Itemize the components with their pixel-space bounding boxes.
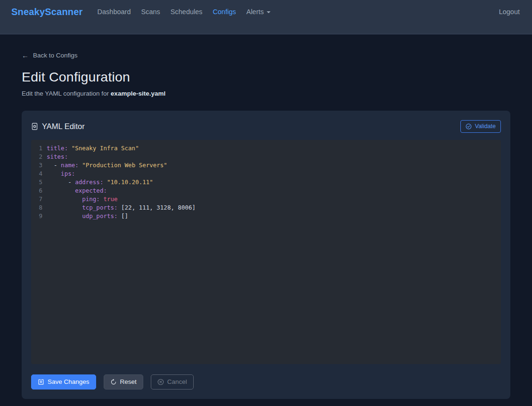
config-filename: example-site.yaml: [111, 90, 165, 97]
brand-link[interactable]: SneakyScanner: [11, 7, 83, 17]
code-line: 6 expected:: [36, 187, 496, 195]
action-buttons: Save Changes Reset Cance: [31, 374, 501, 390]
code-text: - name: "Production Web Servers": [47, 161, 167, 170]
page-subtitle: Edit the YAML configuration for example-…: [22, 90, 510, 97]
cancel-label: Cancel: [167, 379, 187, 385]
file-code-icon: [31, 122, 38, 130]
back-to-configs-link[interactable]: ← Back to Configs: [22, 52, 78, 59]
nav-item-dashboard[interactable]: Dashboard: [92, 6, 136, 17]
code-text: - address: "10.10.20.11": [47, 178, 153, 187]
nav-item-schedules[interactable]: Schedules: [165, 6, 208, 17]
card-title: YAML Editor: [31, 122, 85, 131]
code-line: 7 ping: true: [36, 195, 496, 203]
nav-item-configs[interactable]: Configs: [208, 6, 241, 17]
navbar: SneakyScanner DashboardScansSchedulesCon…: [0, 0, 532, 34]
line-number: 3: [36, 161, 42, 170]
code-line: 9 udp_ports: []: [36, 212, 496, 220]
reset-label: Reset: [120, 379, 137, 385]
caret-down-icon: [267, 11, 270, 13]
nav-links: DashboardScansSchedulesConfigsAlerts: [92, 6, 276, 17]
card-header: YAML Editor Validate: [31, 120, 501, 133]
reset-button[interactable]: Reset: [104, 374, 143, 390]
line-number: 2: [36, 153, 42, 161]
cancel-button[interactable]: Cancel: [151, 374, 194, 390]
code-line: 2sites:: [36, 153, 496, 161]
logout-link[interactable]: Logout: [498, 6, 521, 17]
x-circle-icon: [157, 379, 164, 385]
yaml-editor-card: YAML Editor Validate 1title: "Sneaky Inf…: [22, 111, 510, 399]
nav-item-scans[interactable]: Scans: [136, 6, 165, 17]
code-line: 1title: "Sneaky Infra Scan": [36, 144, 496, 153]
code-line: 3 - name: "Production Web Servers": [36, 161, 496, 170]
reset-arrow-icon: [110, 379, 117, 385]
code-text: tcp_ports: [22, 111, 3128, 8006]: [47, 203, 196, 212]
line-number: 6: [36, 187, 42, 195]
code-text: title: "Sneaky Infra Scan": [47, 144, 139, 153]
code-text: ips:: [47, 170, 75, 178]
page-title: Edit Configuration: [22, 69, 510, 85]
code-text: expected:: [47, 187, 107, 195]
save-icon: [38, 379, 44, 385]
check-circle-icon: [466, 123, 472, 130]
code-text: ping: true: [47, 195, 118, 203]
code-line: 5 - address: "10.10.20.11": [36, 178, 496, 187]
line-number: 9: [36, 212, 42, 220]
line-number: 4: [36, 170, 42, 178]
back-link-label: Back to Configs: [33, 52, 78, 59]
validate-label: Validate: [475, 123, 496, 130]
subtitle-text: Edit the YAML configuration for: [22, 90, 111, 97]
save-changes-button[interactable]: Save Changes: [31, 374, 96, 390]
main-container: ← Back to Configs Edit Configuration Edi…: [22, 34, 510, 399]
nav-item-alerts[interactable]: Alerts: [241, 6, 276, 17]
line-number: 8: [36, 203, 42, 212]
arrow-left-icon: ←: [22, 52, 29, 59]
save-changes-label: Save Changes: [48, 379, 90, 385]
code-text: sites:: [47, 153, 68, 161]
line-number: 5: [36, 178, 42, 187]
code-text: udp_ports: []: [47, 212, 128, 220]
code-line: 4 ips:: [36, 170, 496, 178]
code-line: 8 tcp_ports: [22, 111, 3128, 8006]: [36, 203, 496, 212]
validate-button[interactable]: Validate: [460, 120, 501, 133]
card-title-label: YAML Editor: [42, 122, 85, 131]
yaml-code-editor[interactable]: 1title: "Sneaky Infra Scan"2sites:3 - na…: [31, 140, 501, 364]
line-number: 1: [36, 144, 42, 153]
line-number: 7: [36, 195, 42, 203]
